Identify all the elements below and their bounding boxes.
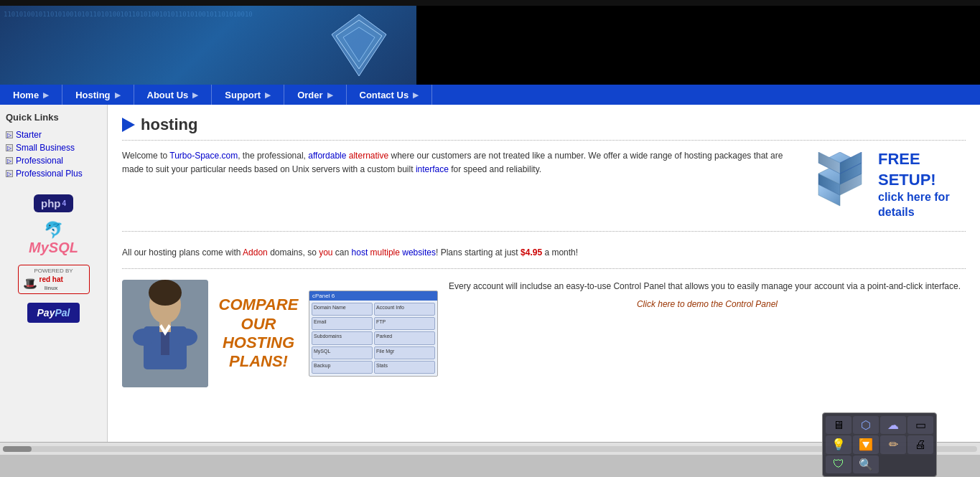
nav-contact-arrow: ▶: [413, 91, 419, 99]
redhat-powered-label: POWERED BY: [23, 268, 85, 274]
play-icon: [122, 118, 135, 132]
cp-cell-3: FTP: [374, 317, 435, 330]
cp-body: Domain Name Account Info Email FTP Subdo…: [309, 301, 437, 376]
bluetooth-icon[interactable]: ⬡: [853, 416, 879, 434]
php-label: php: [41, 197, 61, 209]
sidebar-badges: php 4 🐬 MySQL POWERED BY 🎩 red hatlinux …: [6, 194, 101, 323]
compare-section: COMPARE OUR HOSTING PLANS! cPanel 6 Doma…: [122, 280, 966, 387]
compare-label: COMPARE OUR HOSTING PLANS!: [215, 296, 302, 372]
sidebar: Quick Links ▷ Starter ▷ Small Business ▷…: [0, 105, 108, 442]
cp-cell-6: MySQL: [312, 346, 373, 359]
nav-hosting-arrow: ▶: [115, 91, 121, 99]
sidebar-item-small-business[interactable]: ▷ Small Business: [6, 141, 101, 154]
person-svg: [122, 280, 208, 387]
compare-desc-area: Every account will includse an easy-to-u…: [449, 280, 966, 309]
redhat-badge: POWERED BY 🎩 red hatlinux: [18, 265, 90, 294]
cp-cell-0: Domain Name: [312, 303, 373, 316]
nav-support[interactable]: Support ▶: [212, 85, 284, 105]
nav-order[interactable]: Order ▶: [284, 85, 346, 105]
paypal-badge: PayPal: [27, 303, 80, 323]
sidebar-item-professional[interactable]: ▷ Professional: [6, 154, 101, 167]
cp-cell-9: Stats: [374, 361, 435, 374]
page-title: hosting: [141, 115, 197, 134]
person-image: [122, 280, 208, 387]
header-banner-left: [0, 6, 416, 85]
cp-cell-5: Parked: [374, 331, 435, 344]
cp-cell-4: Subdomains: [312, 331, 373, 344]
monitor-icon[interactable]: 🖥: [826, 416, 851, 434]
printer-icon[interactable]: 🖨: [907, 435, 933, 453]
sidebar-arrow-starter: ▷: [6, 131, 13, 138]
main-layout: Quick Links ▷ Starter ▷ Small Business ▷…: [0, 105, 980, 442]
mysql-dolphin-icon: 🐬: [44, 221, 63, 240]
welcome-body: Welcome to Turbo-Space.com, the professi…: [122, 151, 783, 174]
cp-title-bar: cPanel 6: [309, 291, 437, 301]
free-setup-box[interactable]: FREESETUP! click here for details: [808, 149, 966, 220]
nav-order-arrow: ▶: [327, 91, 333, 99]
nav-bar: Home ▶ Hosting ▶ About Us ▶ Support ▶ Or…: [0, 85, 980, 105]
mysql-badge: 🐬 MySQL: [29, 221, 78, 256]
header-banner: [0, 6, 980, 85]
nav-support-arrow: ▶: [265, 91, 271, 99]
top-bar: [0, 0, 980, 6]
nav-home[interactable]: Home ▶: [0, 85, 62, 105]
mysql-label: MySQL: [29, 240, 78, 256]
php-version: 4: [62, 199, 66, 207]
compare-desc-text: Every account will includse an easy-to-u…: [449, 280, 966, 293]
nav-about[interactable]: About Us ▶: [134, 85, 213, 105]
header-diamond: [330, 13, 388, 77]
main-content: hosting Welcome to Turbo-Space.com, the …: [108, 105, 980, 442]
affordable-link[interactable]: affordable: [308, 151, 346, 161]
svg-point-17: [149, 280, 182, 306]
welcome-text: Welcome to Turbo-Space.com, the professi…: [122, 149, 793, 220]
nav-contact[interactable]: Contact Us ▶: [347, 85, 433, 105]
compare-image-area: COMPARE OUR HOSTING PLANS! cPanel 6 Doma…: [122, 280, 438, 387]
plans-text: All our hosting plans come with Addon do…: [122, 246, 966, 269]
taskbar-icons: 🖥 ⬡ ☁ ▭ 💡 🔽 ✏ 🖨 🛡 🔍: [822, 412, 937, 455]
sidebar-title: Quick Links: [6, 112, 101, 123]
bulb-icon[interactable]: 💡: [826, 435, 851, 453]
free-setup-title: FREESETUP!: [878, 149, 966, 190]
redhat-brand: red hatlinux: [39, 275, 63, 291]
cp-cell-1: Account Info: [374, 303, 435, 316]
cube-icon: [808, 152, 872, 217]
sidebar-item-professional-plus[interactable]: ▷ Professional Plus: [6, 167, 101, 180]
php-badge: php 4: [34, 194, 73, 212]
svg-point-22: [133, 329, 154, 346]
sidebar-arrow-professional: ▷: [6, 157, 13, 164]
paypal-label: PayPal: [37, 307, 70, 318]
plans-price: $4.95: [521, 247, 542, 258]
control-panel-preview: cPanel 6 Domain Name Account Info Email …: [309, 291, 438, 377]
svg-point-23: [176, 329, 197, 346]
nav-hosting[interactable]: Hosting ▶: [62, 85, 134, 105]
site-link[interactable]: Turbo-Space.com: [169, 151, 238, 161]
nav-home-arrow: ▶: [43, 91, 49, 99]
redhat-logo: 🎩 red hatlinux: [23, 275, 85, 291]
welcome-section: Welcome to Turbo-Space.com, the professi…: [122, 149, 966, 232]
demo-link[interactable]: Click here to demo the Control Panel: [449, 299, 966, 309]
cp-cell-2: Email: [312, 317, 373, 330]
cloud-icon[interactable]: ☁: [880, 416, 906, 434]
sidebar-arrow-small-business: ▷: [6, 144, 13, 151]
pencil-icon[interactable]: ✏: [880, 435, 906, 453]
free-setup-text: FREESETUP! click here for details: [878, 149, 966, 220]
header-banner-right: [416, 6, 980, 85]
cp-cell-7: File Mgr: [374, 346, 435, 359]
page-title-bar: hosting: [122, 115, 966, 141]
sidebar-item-starter[interactable]: ▷ Starter: [6, 128, 101, 141]
display-icon[interactable]: ▭: [907, 416, 933, 434]
free-setup-click: click here for details: [878, 190, 966, 220]
scroll-thumb[interactable]: [3, 446, 32, 452]
sidebar-arrow-prof-plus: ▷: [6, 170, 13, 177]
cp-cell-8: Backup: [312, 361, 373, 374]
teardrop-icon[interactable]: 🔽: [853, 435, 879, 453]
nav-about-arrow: ▶: [192, 91, 198, 99]
